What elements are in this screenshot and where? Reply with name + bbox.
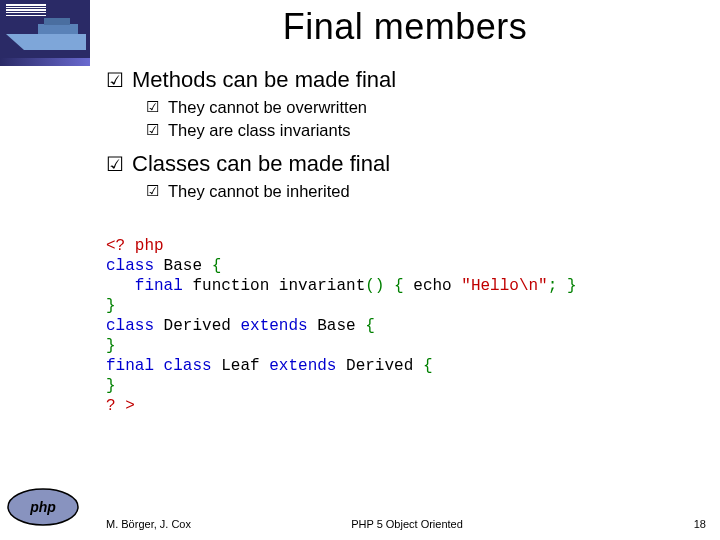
code-token: { bbox=[365, 317, 375, 335]
code-token: class bbox=[106, 257, 154, 275]
code-token: } bbox=[106, 377, 116, 395]
bullet-item: ☑ Methods can be made final bbox=[106, 66, 720, 94]
code-token: class bbox=[106, 317, 154, 335]
bullet-text: Classes can be made final bbox=[132, 150, 390, 178]
svg-marker-0 bbox=[6, 34, 86, 50]
sub-bullet-text: They are class invariants bbox=[168, 119, 351, 141]
page-number: 18 bbox=[694, 518, 706, 530]
checkbox-icon: ☑ bbox=[146, 180, 168, 202]
slide: php Final members ☑ Methods can be made … bbox=[0, 0, 720, 540]
sub-bullet-item: ☑ They cannot be inherited bbox=[146, 180, 720, 202]
code-token: class bbox=[154, 357, 212, 375]
code-token: echo bbox=[413, 277, 461, 295]
checkbox-icon: ☑ bbox=[146, 96, 168, 118]
code-block: <? php class Base { final function invar… bbox=[90, 236, 720, 416]
php-logo-icon: php bbox=[6, 486, 80, 528]
sub-bullet-item: ☑ They cannot be overwritten bbox=[146, 96, 720, 118]
sub-bullet-item: ☑ They are class invariants bbox=[146, 119, 720, 141]
sub-bullet-text: They cannot be inherited bbox=[168, 180, 350, 202]
sub-bullet-text: They cannot be overwritten bbox=[168, 96, 367, 118]
bullet-text: Methods can be made final bbox=[132, 66, 396, 94]
ship-icon bbox=[4, 16, 88, 56]
slide-title: Final members bbox=[90, 6, 720, 48]
code-token: function bbox=[183, 277, 279, 295]
checkbox-icon: ☑ bbox=[146, 119, 168, 141]
code-token: final bbox=[135, 277, 183, 295]
code-token: Derived bbox=[154, 317, 240, 335]
code-token: invariant bbox=[279, 277, 365, 295]
gradient-bar bbox=[0, 58, 90, 66]
code-token: Base bbox=[154, 257, 212, 275]
code-token: final bbox=[106, 357, 154, 375]
code-token: () { bbox=[365, 277, 413, 295]
code-token: { bbox=[423, 357, 433, 375]
bullet-list: ☑ Methods can be made final ☑ They canno… bbox=[90, 66, 720, 202]
code-token: ? > bbox=[106, 397, 135, 415]
code-token: Leaf bbox=[212, 357, 270, 375]
bullet-item: ☑ Classes can be made final bbox=[106, 150, 720, 178]
code-token: } bbox=[106, 297, 116, 315]
code-token: <? php bbox=[106, 237, 164, 255]
code-token: extends bbox=[269, 357, 336, 375]
stripes-decoration bbox=[6, 4, 46, 16]
footer: M. Börger, J. Cox PHP 5 Object Oriented … bbox=[106, 518, 708, 530]
checkbox-icon: ☑ bbox=[106, 66, 132, 94]
code-token: "Hello\n" bbox=[461, 277, 547, 295]
sidebar-top-block bbox=[0, 0, 90, 58]
svg-text:php: php bbox=[29, 499, 56, 515]
code-token: Base bbox=[308, 317, 366, 335]
checkbox-icon: ☑ bbox=[106, 150, 132, 178]
code-token: Derived bbox=[336, 357, 422, 375]
code-token: } bbox=[106, 337, 116, 355]
svg-rect-2 bbox=[44, 18, 70, 25]
code-token: ; } bbox=[548, 277, 577, 295]
content-area: Final members ☑ Methods can be made fina… bbox=[90, 0, 720, 540]
code-token: { bbox=[212, 257, 222, 275]
footer-title: PHP 5 Object Oriented bbox=[106, 518, 708, 530]
code-token: extends bbox=[240, 317, 307, 335]
sidebar: php bbox=[0, 0, 90, 540]
svg-rect-1 bbox=[38, 24, 78, 34]
